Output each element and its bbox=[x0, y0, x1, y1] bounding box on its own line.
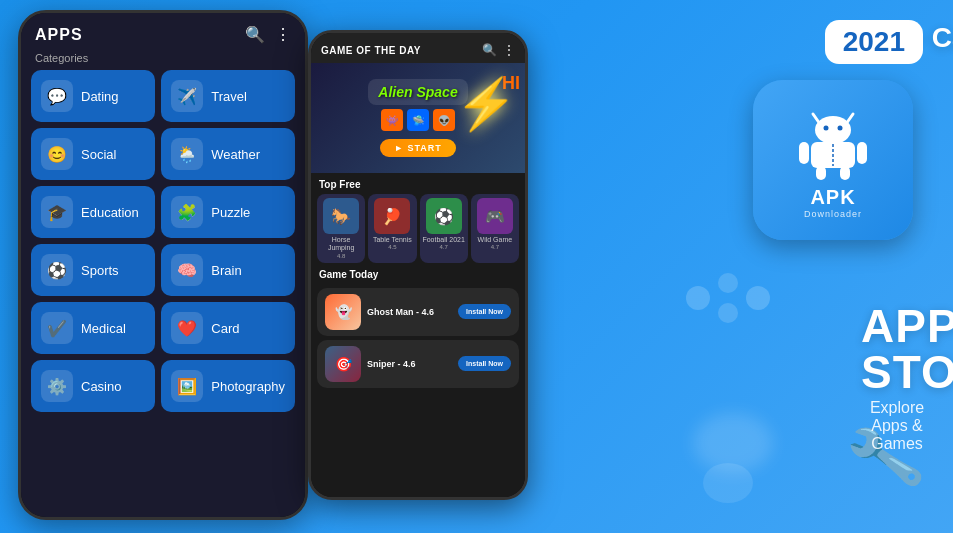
game-today-label: Game Today bbox=[311, 263, 525, 284]
travel-icon: ✈️ bbox=[171, 80, 203, 112]
category-item-sports[interactable]: ⚽ Sports bbox=[31, 244, 155, 296]
game-item[interactable]: 🎮 Wild Game 4.7 bbox=[471, 194, 519, 263]
dots-icon bbox=[683, 263, 773, 333]
svg-point-12 bbox=[718, 273, 738, 293]
category-item-travel[interactable]: ✈️ Travel bbox=[161, 70, 295, 122]
casino-icon: ⚙️ bbox=[41, 370, 73, 402]
mid-header-icons: 🔍 ⋮ bbox=[482, 43, 515, 57]
education-label: Education bbox=[81, 205, 139, 220]
game-icon: ⚽ bbox=[426, 198, 462, 234]
game-name: Wild Game bbox=[473, 236, 517, 244]
game-item[interactable]: ⚽ Football 2021 4.7 bbox=[420, 194, 468, 263]
categories-grid: 💬 Dating ✈️ Travel 😊 Social 🌦️ Weather 🎓… bbox=[21, 70, 305, 412]
category-item-puzzle[interactable]: 🧩 Puzzle bbox=[161, 186, 295, 238]
game-icon: 🐎 bbox=[323, 198, 359, 234]
brain-icon: 🧠 bbox=[171, 254, 203, 286]
medical-icon: ✔️ bbox=[41, 312, 73, 344]
game-of-day-title: GAME OF THE DAY bbox=[321, 45, 421, 56]
svg-rect-7 bbox=[857, 142, 867, 164]
install-now-button[interactable]: Install Now bbox=[458, 356, 511, 371]
game-item[interactable]: 🏓 Table Tennis 4.5 bbox=[368, 194, 416, 263]
svg-rect-6 bbox=[799, 142, 809, 164]
phone-title: APPS bbox=[35, 26, 83, 44]
phone-screen: APPS 🔍 ⋮ Categories 💬 Dating ✈️ Travel 😊… bbox=[21, 13, 305, 517]
svg-point-2 bbox=[815, 116, 851, 144]
app-store-title-section: APP STORE Explore Apps & Games bbox=[861, 303, 933, 453]
game-icon: 🏓 bbox=[374, 198, 410, 234]
svg-point-14 bbox=[746, 286, 770, 310]
app-store-heading: APP STORE bbox=[861, 303, 933, 395]
category-item-photography[interactable]: 🖼️ Photography bbox=[161, 360, 295, 412]
today-game-icon: 👻 bbox=[325, 294, 361, 330]
card-icon: ❤️ bbox=[171, 312, 203, 344]
photography-label: Photography bbox=[211, 379, 285, 394]
category-item-dating[interactable]: 💬 Dating bbox=[31, 70, 155, 122]
svg-point-4 bbox=[838, 125, 843, 130]
dating-label: Dating bbox=[81, 89, 119, 104]
dating-icon: 💬 bbox=[41, 80, 73, 112]
svg-point-11 bbox=[686, 286, 710, 310]
start-button[interactable]: ► START bbox=[380, 139, 456, 157]
android-robot-icon bbox=[793, 102, 873, 182]
social-label: Social bbox=[81, 147, 116, 162]
game-name: Table Tennis bbox=[370, 236, 414, 244]
game-rating: 4.5 bbox=[370, 244, 414, 250]
left-phone-mockup: APPS 🔍 ⋮ Categories 💬 Dating ✈️ Travel 😊… bbox=[18, 10, 308, 520]
svg-point-13 bbox=[718, 303, 738, 323]
install-now-button[interactable]: Install Now bbox=[458, 304, 511, 319]
category-item-weather[interactable]: 🌦️ Weather bbox=[161, 128, 295, 180]
top-free-grid: 🐎 Horse Jumping 4.8 🏓 Table Tennis 4.5 ⚽… bbox=[311, 194, 525, 263]
more-icon[interactable]: ⋮ bbox=[275, 25, 291, 44]
mid-more-icon[interactable]: ⋮ bbox=[503, 43, 515, 57]
photography-icon: 🖼️ bbox=[171, 370, 203, 402]
phone-header: APPS 🔍 ⋮ bbox=[21, 13, 305, 50]
weather-label: Weather bbox=[211, 147, 260, 162]
phone-header-icons: 🔍 ⋮ bbox=[245, 25, 291, 44]
apk-logo-container: APK Downloader bbox=[753, 80, 913, 240]
category-item-card[interactable]: ❤️ Card bbox=[161, 302, 295, 354]
app-store-sub: Explore Apps & Games bbox=[861, 399, 933, 453]
today-game-item: 🎯 Sniper - 4.6 Install Now bbox=[317, 340, 519, 388]
sports-label: Sports bbox=[81, 263, 119, 278]
search-icon[interactable]: 🔍 bbox=[245, 25, 265, 44]
sports-icon: ⚽ bbox=[41, 254, 73, 286]
game-rating: 4.8 bbox=[319, 253, 363, 259]
svg-rect-9 bbox=[840, 166, 850, 180]
today-game-name: Ghost Man - 4.6 bbox=[367, 307, 452, 317]
education-icon: 🎓 bbox=[41, 196, 73, 228]
card-label: Card bbox=[211, 321, 239, 336]
category-item-education[interactable]: 🎓 Education bbox=[31, 186, 155, 238]
svg-rect-8 bbox=[816, 166, 826, 180]
category-item-social[interactable]: 😊 Social bbox=[31, 128, 155, 180]
category-item-casino[interactable]: ⚙️ Casino bbox=[31, 360, 155, 412]
game-rating: 4.7 bbox=[422, 244, 466, 250]
category-item-medical[interactable]: ✔️ Medical bbox=[31, 302, 155, 354]
casino-label: Casino bbox=[81, 379, 121, 394]
lightning-icon: ⚡ bbox=[455, 75, 517, 133]
brain-label: Brain bbox=[211, 263, 241, 278]
top-free-label: Top Free bbox=[311, 173, 525, 194]
game-item[interactable]: 🐎 Horse Jumping 4.8 bbox=[317, 194, 365, 263]
today-game-info: Ghost Man - 4.6 bbox=[367, 307, 452, 317]
puzzle-icon: 🧩 bbox=[171, 196, 203, 228]
svg-point-3 bbox=[824, 125, 829, 130]
social-icon: 😊 bbox=[41, 138, 73, 170]
today-game-icon: 🎯 bbox=[325, 346, 361, 382]
today-game-item: 👻 Ghost Man - 4.6 Install Now bbox=[317, 288, 519, 336]
game-icon: 🎮 bbox=[477, 198, 513, 234]
mid-search-icon[interactable]: 🔍 bbox=[482, 43, 497, 57]
game-name: Horse Jumping bbox=[319, 236, 363, 253]
categories-label: Categories bbox=[21, 50, 305, 70]
blob-decoration-2 bbox=[703, 463, 753, 503]
mid-header: GAME OF THE DAY 🔍 ⋮ bbox=[311, 33, 525, 63]
puzzle-label: Puzzle bbox=[211, 205, 250, 220]
game-today-section: 👻 Ghost Man - 4.6 Install Now 🎯 Sniper -… bbox=[311, 284, 525, 396]
game-rating: 4.7 bbox=[473, 244, 517, 250]
year-badge: 2021 bbox=[825, 20, 923, 64]
today-game-name: Sniper - 4.6 bbox=[367, 359, 452, 369]
today-game-info: Sniper - 4.6 bbox=[367, 359, 452, 369]
medical-label: Medical bbox=[81, 321, 126, 336]
weather-icon: 🌦️ bbox=[171, 138, 203, 170]
category-item-brain[interactable]: 🧠 Brain bbox=[161, 244, 295, 296]
game-name: Football 2021 bbox=[422, 236, 466, 244]
